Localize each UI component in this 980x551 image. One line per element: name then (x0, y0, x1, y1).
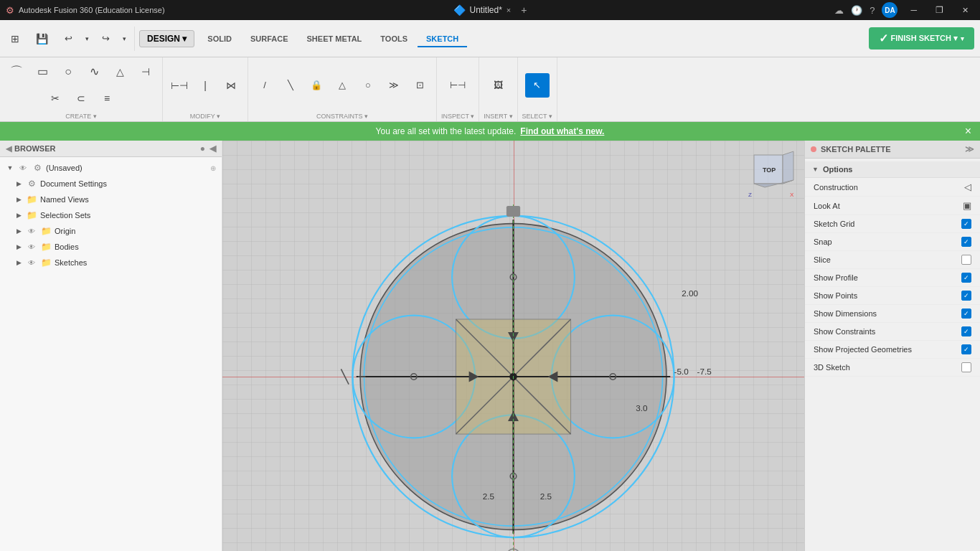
show-dimensions-checkbox[interactable]: ✓ (961, 309, 971, 319)
browser-pin-icon[interactable]: ● (200, 143, 205, 154)
scissors-tool[interactable]: ✂ (43, 86, 67, 110)
show-points-checkbox[interactable]: ✓ (961, 291, 971, 301)
construction-icon[interactable]: ◁ (964, 182, 971, 192)
tree-item-named-views[interactable]: ▶ 📁 Named Views (0, 192, 222, 207)
palette-expand-icon[interactable]: ≫ (965, 144, 974, 154)
tree-arrow-doc: ▶ (14, 179, 23, 188)
select-tool[interactable]: ↖ (525, 73, 550, 98)
help-icon[interactable]: ? (870, 5, 875, 16)
save-icon[interactable]: 💾 (29, 27, 54, 51)
palette-row-construction[interactable]: Construction ◁ (805, 178, 980, 197)
eye-icon-sketches[interactable]: 👁 (26, 257, 37, 268)
equal-tool[interactable]: ≫ (382, 73, 406, 98)
insert-image-tool[interactable]: 🖼 (486, 73, 510, 98)
constraints-section: / ╲ 🔒 △ ○ ≫ ⊡ CONSTRAINTS ▾ (248, 57, 437, 121)
add-tab-icon[interactable]: + (521, 4, 527, 16)
tab-sketch[interactable]: SKETCH (418, 30, 467, 47)
tree-options-root[interactable]: ⊕ (210, 164, 216, 172)
show-constraints-checkbox[interactable]: ✓ (961, 326, 971, 336)
tree-label-sketches: Sketches (55, 258, 216, 267)
coincident-tool[interactable]: / (253, 73, 277, 98)
tab-sheet-metal[interactable]: SHEET METAL (298, 30, 371, 47)
snap-checkbox[interactable]: ✓ (961, 237, 971, 247)
dimension-tool[interactable]: ⊢⊣ (167, 73, 192, 98)
lookat-icon[interactable]: ▣ (963, 200, 971, 211)
palette-row-show-profile[interactable]: Show Profile ✓ (805, 269, 980, 287)
tab-tools[interactable]: TOOLS (372, 30, 416, 47)
redo-icon[interactable]: ↪ (93, 27, 118, 51)
circle-constraint-tool[interactable]: ○ (356, 73, 380, 98)
avatar-button[interactable]: DA (882, 2, 897, 18)
tree-item-origin[interactable]: ▶ 👁 📁 Origin (0, 223, 222, 239)
design-button[interactable]: DESIGN ▾ (139, 30, 194, 47)
settings-icon-root[interactable]: ⚙ (32, 162, 43, 174)
browser-back-icon[interactable]: ◀ (6, 144, 11, 154)
svg-rect-28 (507, 206, 520, 217)
3d-sketch-checkbox[interactable] (961, 362, 971, 372)
palette-row-slice[interactable]: Slice (805, 251, 980, 269)
close-button[interactable]: ✕ (956, 4, 974, 17)
line-tool[interactable]: ⊣ (133, 60, 158, 84)
tree-item-root[interactable]: ▼ 👁 ⚙ (Unsaved) ⊕ (0, 160, 222, 176)
constraints-label[interactable]: CONSTRAINTS ▾ (316, 113, 368, 120)
folder-icon-bodies: 📁 (40, 241, 52, 253)
insert-label[interactable]: INSERT ▾ (484, 113, 512, 120)
palette-row-lookat[interactable]: Look At ▣ (805, 197, 980, 215)
palette-row-show-points[interactable]: Show Points ✓ (805, 287, 980, 305)
select-label[interactable]: SELECT ▾ (522, 113, 552, 120)
canvas-area[interactable]: -5.0 -7.5 2.00 3.0 2.5 2.5 (222, 141, 804, 551)
hatch-tool[interactable]: ≡ (95, 86, 119, 110)
collinear-tool[interactable]: ╲ (278, 73, 303, 98)
eye-icon-origin[interactable]: 👁 (26, 225, 37, 237)
tab-solid[interactable]: SOLID (199, 30, 240, 47)
palette-row-show-projected[interactable]: Show Projected Geometries ✓ (805, 341, 980, 359)
browser-collapse-icon[interactable]: ◀ (209, 143, 216, 154)
sketch-grid-checkbox[interactable]: ✓ (961, 219, 971, 229)
circle-tool[interactable]: ○ (56, 60, 80, 84)
tree-item-doc-settings[interactable]: ▶ ⚙ Document Settings (0, 176, 222, 192)
spline-tool[interactable]: ∿ (82, 60, 106, 84)
modify-label[interactable]: MODIFY ▾ (190, 113, 220, 120)
notification-link[interactable]: Find out what's new. (520, 126, 604, 136)
vertical-tool[interactable]: | (193, 73, 217, 98)
cloud-icon[interactable]: ☁ (834, 5, 844, 16)
close-tab-icon[interactable]: × (507, 6, 511, 14)
notification-close[interactable]: × (965, 125, 971, 138)
options-section-header[interactable]: ▼ Options (805, 161, 980, 178)
offset-tool[interactable]: ⊂ (69, 86, 93, 110)
triangle-tool[interactable]: △ (108, 60, 132, 84)
minimize-button[interactable]: ─ (905, 4, 923, 17)
measure-tool[interactable]: ⊢⊣ (446, 73, 470, 98)
nav-cube[interactable]: TOP X Z (747, 148, 797, 198)
eye-icon-bodies[interactable]: 👁 (26, 241, 37, 253)
show-profile-checkbox[interactable]: ✓ (961, 273, 971, 283)
tangent-tool[interactable]: △ (330, 73, 354, 98)
arc-tool[interactable]: ⌒ (4, 60, 29, 84)
rect-tool[interactable]: ▭ (30, 60, 55, 84)
settings-icon-doc[interactable]: ⚙ (26, 178, 37, 189)
undo-icon[interactable]: ↩ (56, 27, 80, 51)
clock-icon[interactable]: 🕐 (851, 5, 862, 16)
mirror-tool[interactable]: ⋈ (219, 73, 243, 98)
palette-row-show-constraints[interactable]: Show Constraints ✓ (805, 323, 980, 341)
palette-row-sketch-grid[interactable]: Sketch Grid ✓ (805, 215, 980, 233)
palette-row-show-dimensions[interactable]: Show Dimensions ✓ (805, 305, 980, 323)
eye-icon-root[interactable]: 👁 (17, 162, 29, 174)
tab-surface[interactable]: SURFACE (242, 30, 297, 47)
redo-dropdown[interactable]: ▾ (120, 27, 128, 51)
tree-item-sketches[interactable]: ▶ 👁 📁 Sketches (0, 255, 222, 270)
tree-item-bodies[interactable]: ▶ 👁 📁 Bodies (0, 239, 222, 255)
undo-dropdown[interactable]: ▾ (83, 27, 91, 51)
slice-checkbox[interactable] (961, 255, 971, 265)
tree-item-selection-sets[interactable]: ▶ 📁 Selection Sets (0, 207, 222, 223)
symmetry-tool[interactable]: ⊡ (407, 73, 432, 98)
maximize-button[interactable]: ❐ (930, 4, 949, 17)
finish-sketch-button[interactable]: ✓ FINISH SKETCH ▾ ▾ (869, 27, 974, 50)
show-projected-checkbox[interactable]: ✓ (961, 344, 971, 354)
inspect-label[interactable]: INSPECT ▾ (441, 113, 474, 120)
lock-tool[interactable]: 🔒 (304, 73, 329, 98)
create-label[interactable]: CREATE ▾ (65, 113, 96, 120)
palette-row-3d-sketch[interactable]: 3D Sketch (805, 359, 980, 377)
grid-icon[interactable]: ⊞ (3, 27, 27, 51)
palette-row-snap[interactable]: Snap ✓ (805, 233, 980, 251)
